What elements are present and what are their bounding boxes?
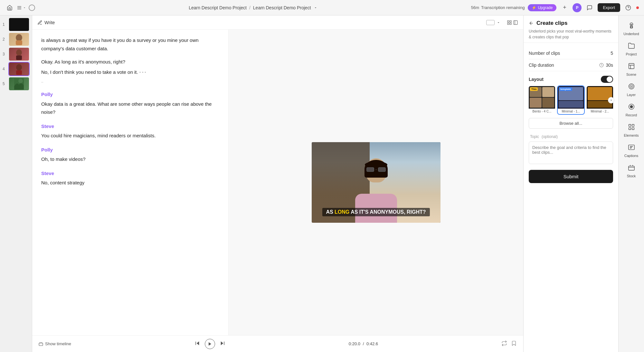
transcript-ellipsis: ..: [41, 78, 219, 84]
svg-point-32: [631, 86, 632, 87]
transcript-speaker-steve-2: Steve: [41, 169, 219, 178]
breadcrumb-project2[interactable]: Learn Descript Demo Project: [253, 5, 311, 10]
total-time: 0:42.6: [366, 341, 378, 346]
scene-icon: [628, 63, 635, 71]
aspect-ratio-chevron: [497, 21, 500, 24]
svg-rect-15: [507, 23, 509, 24]
layout-toggle-switch[interactable]: [601, 76, 613, 83]
caption-text-part1: AS: [326, 209, 335, 215]
clip-item-2[interactable]: 2: [0, 33, 32, 46]
sidebar-item-elements[interactable]: Elements: [620, 121, 642, 140]
notification-dot: [636, 6, 639, 9]
far-right-sidebar: Underlord Project Scene Layer: [618, 15, 644, 352]
sidebar-item-stock[interactable]: Stock: [620, 161, 642, 181]
browse-all-button[interactable]: Browse all...: [529, 118, 613, 129]
clip-item-3[interactable]: 3: [0, 48, 32, 61]
write-button[interactable]: Write: [37, 20, 55, 25]
svg-rect-14: [510, 21, 511, 22]
svg-point-5: [16, 34, 22, 41]
video-caption: AS LONG AS IT'S ANONYMOUS, RIGHT?: [322, 208, 430, 216]
topic-optional-text: (optional): [542, 134, 558, 139]
layout-item-bento[interactable]: This Bento - 4 C...: [529, 86, 555, 114]
layout-name-minimal1: Minimal - 1...: [558, 109, 584, 114]
topic-label-text: Topic: [530, 134, 539, 139]
transcription-info: 56m Transcription remaining: [471, 5, 525, 10]
submit-button[interactable]: Submit: [529, 170, 613, 183]
layout-tag-template: template: [559, 87, 572, 91]
layout-item-minimal1[interactable]: template Minimal - 1...: [558, 86, 584, 114]
video-container: AS LONG AS IT'S ANONYMOUS, RIGHT?: [312, 142, 440, 223]
sidebar-item-underlord[interactable]: Underlord: [620, 19, 642, 38]
number-of-clips-value[interactable]: 5: [611, 51, 613, 56]
project-icon: [628, 42, 635, 51]
layout-scroll-right[interactable]: ›: [608, 97, 614, 103]
breadcrumb-separator: /: [249, 5, 251, 10]
clip-duration-row: Clip duration 30s: [529, 59, 613, 71]
svg-rect-8: [16, 55, 22, 60]
skip-forward-button[interactable]: [220, 340, 225, 347]
svg-point-34: [630, 105, 633, 108]
extra-controls: [501, 340, 517, 347]
panel-subtitle: Underlord picks your most viral-worthy m…: [529, 28, 613, 40]
clip-duration-label: Clip duration: [529, 63, 554, 68]
sidebar-item-layer[interactable]: Layer: [620, 80, 642, 99]
sidebar-item-captions[interactable]: Captions: [620, 141, 642, 160]
skip-back-button[interactable]: [194, 340, 200, 347]
add-button[interactable]: +: [560, 3, 569, 13]
home-icon[interactable]: [5, 3, 14, 12]
upgrade-button[interactable]: ⚡ Upgrade: [528, 4, 556, 11]
topic-input[interactable]: [529, 142, 613, 164]
svg-rect-6: [16, 40, 22, 45]
help-button[interactable]: [623, 3, 633, 13]
number-of-clips-label: Number of clips: [529, 51, 560, 56]
clip-number-4: 4: [3, 67, 7, 71]
clip-number-5: 5: [3, 82, 7, 86]
topic-label: Topic (optional): [529, 134, 613, 139]
back-button[interactable]: Create clips: [529, 20, 613, 26]
clip-item-4[interactable]: 4: [0, 63, 32, 75]
transcript-para-videos: Oh, to make videos?: [41, 155, 219, 163]
show-timeline-button[interactable]: Show timeline: [39, 341, 71, 346]
bookmark-button[interactable]: [511, 340, 517, 347]
svg-marker-20: [197, 341, 199, 345]
layout-label: Layout: [529, 77, 544, 82]
transcript-para-magicians: You could hire magicians, mind readers o…: [41, 132, 219, 140]
clip-item-1[interactable]: 1: [0, 18, 32, 31]
sidebar-item-scene[interactable]: Scene: [620, 60, 642, 79]
layout-section-title: Layout: [529, 76, 613, 83]
breadcrumb-project1[interactable]: Learn Descript Demo Project: [189, 5, 247, 10]
topbar-right: 56m Transcription remaining ⚡ Upgrade + …: [471, 3, 639, 13]
layout-toggle[interactable]: [507, 20, 518, 25]
transcript-area[interactable]: is always a great way if you have it you…: [32, 30, 229, 335]
svg-rect-28: [630, 26, 632, 28]
caption-highlight: LONG: [335, 209, 349, 215]
center-content: is always a great way if you have it you…: [32, 30, 523, 335]
aspect-ratio-selector[interactable]: [486, 20, 495, 25]
play-button[interactable]: [205, 339, 215, 349]
transcript-speaker-polly-1: Polly: [41, 90, 219, 99]
layout-grid: This Bento - 4 C... template Minimal - 1…: [529, 86, 613, 114]
clip-item-5[interactable]: 5: [0, 77, 32, 90]
hamburger-menu-icon[interactable]: [17, 5, 26, 10]
svg-point-7: [16, 49, 22, 56]
clip-duration-value[interactable]: 30s: [599, 63, 613, 68]
upgrade-lightning-icon: ⚡: [532, 5, 536, 10]
project-label: Project: [626, 52, 637, 56]
layout-grid-container: This Bento - 4 C... template Minimal - 1…: [529, 86, 613, 114]
messages-button[interactable]: [585, 3, 594, 13]
underlord-label: Underlord: [623, 32, 639, 36]
svg-point-12: [18, 79, 23, 83]
transcription-label: Transcription remaining: [481, 5, 525, 10]
svg-rect-16: [510, 23, 511, 24]
avatar: P: [573, 3, 582, 12]
create-clips-panel: Create clips Underlord picks your most v…: [523, 15, 618, 352]
loop-button[interactable]: [501, 340, 507, 347]
transcript-speaker-steve-1: Steve: [41, 122, 219, 131]
svg-rect-17: [514, 21, 517, 24]
layout-name-minimal2: Minimal - 2...: [587, 109, 613, 114]
clip-number-3: 3: [3, 52, 7, 56]
stock-icon: [628, 164, 635, 173]
sidebar-item-project[interactable]: Project: [620, 40, 642, 59]
export-button[interactable]: Export: [598, 3, 620, 12]
sidebar-item-record[interactable]: Record: [620, 101, 642, 120]
